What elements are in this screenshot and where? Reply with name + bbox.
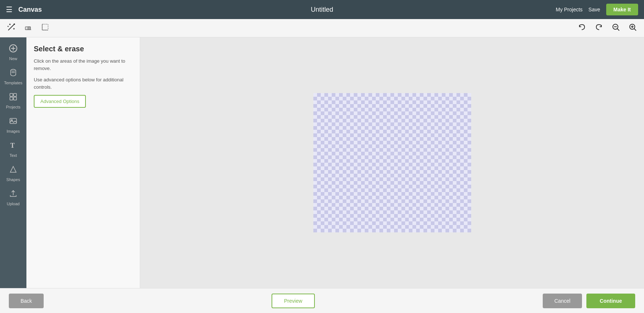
crop-icon[interactable]: [40, 22, 51, 34]
header-actions: My Projects Save Make It: [556, 4, 638, 15]
footer-center: Preview: [272, 294, 315, 308]
redo-icon[interactable]: [593, 22, 604, 34]
my-projects-link[interactable]: My Projects: [556, 7, 582, 12]
svg-line-21: [634, 29, 636, 30]
back-button[interactable]: Back: [9, 294, 44, 308]
footer-left: Back: [9, 294, 44, 308]
svg-point-2: [14, 23, 15, 25]
brand-label: Canvas: [18, 6, 42, 14]
cancel-button[interactable]: Cancel: [543, 294, 582, 308]
svg-rect-28: [14, 97, 17, 100]
projects-icon: [9, 92, 18, 103]
transparency-checkerboard: [313, 93, 471, 232]
sidebar-item-text[interactable]: T Text: [1, 138, 26, 161]
eraser-icon[interactable]: [23, 22, 34, 34]
toolbar-right: [576, 22, 638, 34]
sidebar-item-templates-label: Templates: [4, 81, 22, 85]
preview-button[interactable]: Preview: [272, 294, 315, 308]
sidebar-item-images-label: Images: [7, 129, 20, 133]
svg-line-17: [617, 29, 619, 30]
svg-line-0: [8, 26, 12, 30]
advanced-options-button[interactable]: Advanced Options: [34, 95, 86, 108]
magic-wand-icon[interactable]: [6, 22, 17, 34]
templates-icon: [9, 68, 18, 79]
svg-rect-27: [10, 97, 13, 100]
sidebar-item-images[interactable]: Images: [1, 114, 26, 136]
select-erase-panel: Select & erase Click on the areas of the…: [26, 37, 140, 288]
zoom-out-icon[interactable]: [610, 22, 621, 34]
new-icon: [9, 44, 18, 55]
svg-rect-25: [10, 93, 13, 96]
undo-icon[interactable]: [576, 22, 587, 34]
sidebar-item-templates[interactable]: Templates: [1, 65, 26, 88]
sidebar-item-text-label: Text: [10, 153, 17, 158]
main-body: New Templates Projects: [0, 37, 644, 288]
sidebar-item-new-label: New: [9, 56, 17, 61]
sidebar-item-projects-label: Projects: [6, 105, 21, 109]
text-icon: T: [9, 141, 18, 152]
toolbar: [0, 19, 644, 37]
footer-right: Cancel Continue: [543, 294, 635, 308]
svg-rect-29: [10, 118, 17, 124]
image-container: [313, 93, 471, 232]
svg-rect-12: [42, 24, 48, 30]
left-sidebar: New Templates Projects: [0, 37, 26, 288]
canvas-area[interactable]: [140, 37, 644, 288]
menu-icon[interactable]: ☰: [6, 5, 12, 14]
svg-text:T: T: [10, 142, 15, 149]
zoom-in-icon[interactable]: [627, 22, 638, 34]
make-it-button[interactable]: Make It: [606, 4, 638, 15]
svg-rect-26: [14, 93, 17, 96]
sidebar-item-shapes[interactable]: Shapes: [1, 162, 26, 185]
panel-desc1: Click on the areas of the image you want…: [34, 58, 132, 72]
save-button[interactable]: Save: [589, 7, 600, 12]
sidebar-item-shapes-label: Shapes: [6, 177, 20, 182]
panel-title: Select & erase: [34, 45, 132, 53]
sidebar-item-new[interactable]: New: [1, 41, 26, 64]
continue-button[interactable]: Continue: [586, 294, 635, 308]
upload-icon: [9, 189, 18, 200]
header: ☰ Canvas Untitled My Projects Save Make …: [0, 0, 644, 19]
svg-rect-10: [28, 27, 30, 30]
shapes-icon: [9, 165, 18, 176]
sidebar-item-projects[interactable]: Projects: [1, 89, 26, 112]
sidebar-item-upload[interactable]: Upload: [1, 186, 26, 209]
panel-desc2: Use advanced options below for additiona…: [34, 76, 132, 91]
document-title: Untitled: [311, 6, 333, 14]
images-icon: [9, 117, 18, 128]
sidebar-item-upload-label: Upload: [7, 202, 20, 206]
footer: Back Preview Cancel Continue: [0, 288, 644, 313]
